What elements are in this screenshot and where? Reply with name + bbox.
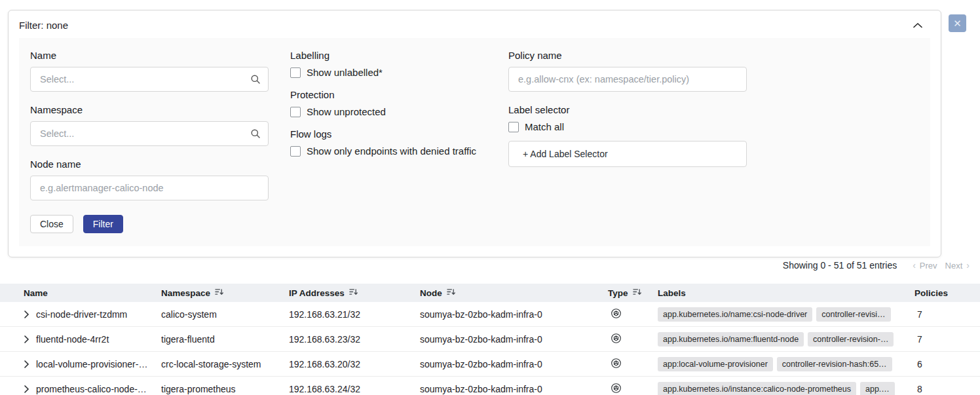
ip-addresses-cell: 192.168.63.20/32 (289, 359, 420, 369)
label-pill: controller-revisi… (816, 307, 890, 322)
column-header-namespace[interactable]: Namespace (161, 288, 289, 298)
table-header-row: Name Namespace IP Addresses Node Type La… (0, 284, 980, 302)
node-cell: soumya-bz-0zbo-kadm-infra-0 (420, 384, 608, 394)
ip-addresses-cell: 192.168.63.24/32 (289, 384, 420, 394)
namespace-field-label: Namespace (30, 104, 269, 115)
namespace-select-input[interactable] (30, 121, 269, 146)
namespace-cell: calico-system (161, 309, 289, 320)
show-unprotected-row[interactable]: Show unprotected (290, 106, 487, 117)
label-pill: controller-revision-hash:65… (777, 357, 892, 371)
label-selector-heading: Label selector (508, 104, 747, 115)
match-all-label: Match all (525, 121, 564, 132)
pod-icon (611, 333, 622, 346)
next-page-button[interactable]: Next (945, 261, 963, 271)
chevron-right-icon: › (966, 260, 970, 271)
ip-addresses-cell: 192.168.63.23/32 (289, 334, 420, 345)
table-row: csi-node-driver-tzdmm calico-system 192.… (0, 302, 980, 327)
column-header-ip-addresses[interactable]: IP Addresses (289, 288, 420, 298)
collapse-filter-button[interactable] (912, 19, 924, 31)
namespace-cell: crc-local-storage-system (161, 359, 289, 369)
sort-icon[interactable] (349, 288, 358, 298)
row-expand-chevron-icon[interactable] (24, 360, 29, 368)
filter-panel-header: Filter: none (9, 10, 941, 38)
labels-cell: app.kubernetes.io/name:csi-node-driver c… (658, 307, 914, 322)
show-unprotected-checkbox[interactable] (290, 107, 301, 117)
show-unlabelled-row[interactable]: Show unlabelled* (290, 67, 487, 78)
filter-panel-title: Filter: none (19, 20, 68, 31)
match-all-checkbox[interactable] (508, 122, 519, 132)
flow-logs-heading: Flow logs (290, 128, 487, 140)
sort-icon[interactable] (215, 288, 223, 298)
policies-count: 8 (914, 384, 980, 394)
labels-cell: app.kubernetes.io/instance:calico-node-p… (658, 382, 914, 395)
labelling-heading: Labelling (290, 50, 487, 61)
row-expand-chevron-icon[interactable] (24, 310, 29, 318)
chevron-up-icon (913, 20, 922, 30)
pod-icon (611, 383, 622, 395)
column-header-policies: Policies (914, 288, 980, 298)
table-row: fluentd-node-4rr2t tigera-fluentd 192.16… (0, 327, 980, 352)
add-label-selector-button[interactable]: + Add Label Selector (508, 141, 747, 167)
node-cell: soumya-bz-0zbo-kadm-infra-0 (420, 309, 608, 320)
label-pill: app.kubernetes.io/name:fluentd-node (658, 332, 804, 347)
namespace-cell: tigera-fluentd (161, 334, 289, 345)
pod-icon (611, 308, 622, 321)
label-pill: app.kubernetes.io/instance:calico-node-p… (658, 382, 856, 395)
policy-name-input[interactable] (508, 67, 747, 92)
denied-traffic-checkbox[interactable] (290, 146, 301, 157)
close-icon: ✕ (953, 18, 962, 28)
chevron-left-icon: ‹ (913, 260, 916, 271)
prev-page-button[interactable]: Prev (920, 261, 937, 271)
endpoints-table: Name Namespace IP Addresses Node Type La… (0, 284, 980, 395)
label-pill: app.kubernetes.io/name:csi-node-driver (658, 307, 812, 322)
node-name-input[interactable] (30, 176, 269, 200)
node-name-field-label: Node name (30, 159, 269, 170)
show-unlabelled-checkbox[interactable] (290, 67, 301, 78)
close-filter-button[interactable]: Close (30, 215, 73, 233)
column-header-node[interactable]: Node (420, 288, 608, 298)
pod-icon (611, 358, 622, 371)
match-all-row[interactable]: Match all (508, 121, 747, 132)
namespace-cell: tigera-prometheus (161, 384, 289, 394)
labels-cell: app.kubernetes.io/name:fluentd-node cont… (658, 332, 914, 347)
label-pill: app:local-volume-provisioner (658, 357, 773, 371)
column-header-type[interactable]: Type (608, 288, 658, 298)
row-expand-chevron-icon[interactable] (24, 335, 29, 343)
sort-icon[interactable] (447, 288, 455, 298)
policy-name-field-label: Policy name (508, 50, 747, 61)
column-header-labels: Labels (658, 288, 914, 298)
policies-count: 6 (914, 359, 980, 369)
endpoint-name: local-volume-provisioner-… (36, 359, 147, 369)
apply-filter-button[interactable]: Filter (83, 215, 123, 233)
label-pill: controller-revision-… (808, 332, 894, 347)
filter-panel-body: Name Namespace Node name (19, 38, 930, 246)
close-panel-button[interactable]: ✕ (949, 14, 966, 32)
labels-cell: app:local-volume-provisioner controller-… (658, 357, 914, 371)
policies-count: 7 (914, 309, 980, 320)
sort-icon[interactable] (633, 288, 641, 298)
denied-traffic-label: Show only endpoints with denied traffic (307, 145, 476, 157)
protection-heading: Protection (290, 89, 487, 100)
name-field-label: Name (30, 50, 269, 61)
column-header-name: Name (24, 288, 161, 298)
table-row: local-volume-provisioner-… crc-local-sto… (0, 352, 980, 377)
label-pill: app.… (860, 382, 895, 395)
ip-addresses-cell: 192.168.63.21/32 (289, 309, 420, 320)
show-unlabelled-label: Show unlabelled* (307, 67, 383, 78)
filter-panel: Filter: none Name Namespace (8, 10, 941, 257)
endpoint-name: csi-node-driver-tzdmm (36, 309, 127, 320)
endpoint-name: fluentd-node-4rr2t (36, 334, 109, 345)
denied-traffic-row[interactable]: Show only endpoints with denied traffic (290, 145, 487, 157)
table-row: prometheus-calico-node-… tigera-promethe… (0, 377, 980, 395)
name-select-input[interactable] (30, 67, 269, 92)
endpoint-name: prometheus-calico-node-… (36, 384, 147, 394)
pagination: Showing 0 - 51 of 51 entries ‹ Prev Next… (783, 260, 970, 271)
show-unprotected-label: Show unprotected (307, 106, 386, 117)
entries-summary: Showing 0 - 51 of 51 entries (783, 260, 897, 271)
node-cell: soumya-bz-0zbo-kadm-infra-0 (420, 359, 608, 369)
node-cell: soumya-bz-0zbo-kadm-infra-0 (420, 334, 608, 345)
row-expand-chevron-icon[interactable] (24, 385, 29, 393)
policies-count: 7 (914, 334, 980, 345)
